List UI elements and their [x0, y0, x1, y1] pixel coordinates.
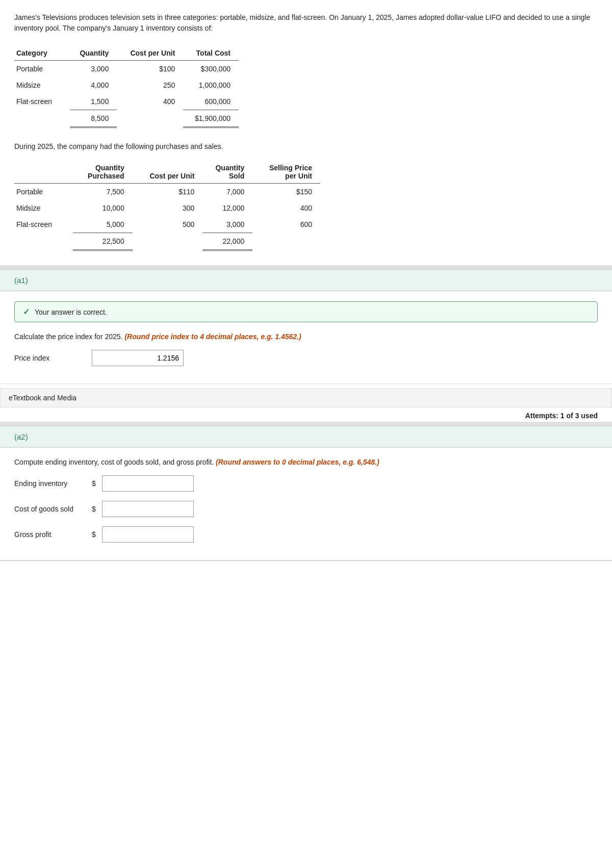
- gross-profit-currency: $: [92, 530, 96, 539]
- purchases-intro-text: During 2025, the company had the followi…: [14, 142, 598, 150]
- a2-instruction: Compute ending inventory, cost of goods …: [14, 458, 598, 466]
- ending-inventory-currency: $: [92, 479, 96, 488]
- table1-total-cost: 1,000,000: [183, 77, 239, 93]
- col-header-category: Category: [14, 46, 70, 61]
- gross-profit-row: Gross profit $: [14, 526, 598, 543]
- table1-cost-per-unit: $100: [117, 61, 183, 78]
- ending-inventory-input[interactable]: [102, 475, 194, 492]
- bottom-divider: [0, 560, 612, 561]
- table1-category: Midsize: [14, 77, 70, 93]
- table2-cost-per-unit: $110: [133, 184, 203, 200]
- section-a1-label: (a1): [14, 276, 28, 285]
- cogs-input[interactable]: [102, 501, 194, 517]
- table1-total-label: [14, 110, 70, 127]
- section-a1-body: ✓ Your answer is correct. Calculate the …: [0, 291, 612, 384]
- table2-total-qty-purchased: 22,500: [73, 233, 133, 250]
- col2-header-qty-sold: QuantitySold: [202, 161, 252, 184]
- table1-category: Portable: [14, 61, 70, 78]
- table1-total-cost: 600,000: [183, 93, 239, 110]
- table2-selling-price: 600: [252, 216, 320, 233]
- table2-category: Flat-screen: [14, 216, 73, 233]
- table1-cost-per-unit: 250: [117, 77, 183, 93]
- inventory-table: Category Quantity Cost per Unit Total Co…: [14, 46, 239, 128]
- checkmark-icon: ✓: [23, 307, 30, 317]
- main-content: James's Televisions produces television …: [0, 0, 612, 251]
- table2-total-row: 22,500 22,000: [14, 233, 320, 250]
- col-header-quantity: Quantity: [70, 46, 117, 61]
- table2-total-qty-sold: 22,000: [202, 233, 252, 250]
- section-divider-2: [0, 422, 612, 426]
- table1-quantity: 3,000: [70, 61, 117, 78]
- a2-instruction-text: Compute ending inventory, cost of goods …: [14, 458, 214, 466]
- purchases-sales-table: QuantityPurchased Cost per Unit Quantity…: [14, 161, 320, 251]
- cogs-currency: $: [92, 505, 96, 513]
- col2-header-category: [14, 161, 73, 184]
- attempts-label: Attempts: 1 of 3 used: [525, 412, 598, 420]
- table-row: Portable 7,500 $110 7,000 $150: [14, 184, 320, 200]
- table2-qty-sold: 12,000: [202, 200, 252, 216]
- section-a2-body: Compute ending inventory, cost of goods …: [0, 448, 612, 560]
- price-index-row: Price index: [14, 350, 598, 366]
- ending-inventory-row: Ending inventory $: [14, 475, 598, 492]
- table2-qty-purchased: 5,000: [73, 216, 133, 233]
- gross-profit-label: Gross profit: [14, 530, 86, 539]
- correct-message: Your answer is correct.: [35, 308, 107, 316]
- a1-instruction-text: Calculate the price index for 2025.: [14, 333, 122, 341]
- table1-cost-per-unit: 400: [117, 93, 183, 110]
- etextbook-label: eTextbook and Media: [9, 394, 76, 402]
- table2-qty-sold: 3,000: [202, 216, 252, 233]
- col-header-cost-per-unit: Cost per Unit: [117, 46, 183, 61]
- a2-instruction-bold: (Round answers to 0 decimal places, e.g.…: [216, 458, 379, 466]
- table2-qty-sold: 7,000: [202, 184, 252, 200]
- table1-quantity: 4,000: [70, 77, 117, 93]
- table1-total-cost: $1,900,000: [183, 110, 239, 127]
- section-a1-header: (a1): [0, 269, 612, 291]
- cogs-label: Cost of goods sold: [14, 505, 86, 513]
- table2-total-selling-empty: [252, 233, 320, 250]
- table2-total-empty: [133, 233, 203, 250]
- table1-total-quantity: 8,500: [70, 110, 117, 127]
- table2-qty-purchased: 7,500: [73, 184, 133, 200]
- section-a2-label: (a2): [14, 432, 28, 441]
- a1-instruction: Calculate the price index for 2025. (Rou…: [14, 333, 598, 341]
- price-index-label: Price index: [14, 354, 86, 362]
- col2-header-qty-purchased: QuantityPurchased: [73, 161, 133, 184]
- section-a2: (a2) Compute ending inventory, cost of g…: [0, 426, 612, 560]
- table2-wrapper: QuantityPurchased Cost per Unit Quantity…: [14, 161, 598, 251]
- col2-header-cost-per-unit: Cost per Unit: [133, 161, 203, 184]
- table-row: Midsize 4,000 250 1,000,000: [14, 77, 239, 93]
- table2-selling-price: $150: [252, 184, 320, 200]
- table2-total-label: [14, 233, 73, 250]
- ending-inventory-label: Ending inventory: [14, 479, 86, 488]
- section-a2-header: (a2): [0, 426, 612, 448]
- table1-wrapper: Category Quantity Cost per Unit Total Co…: [14, 46, 598, 128]
- table2-cost-per-unit: 300: [133, 200, 203, 216]
- attempts-row: Attempts: 1 of 3 used: [0, 407, 612, 422]
- table1-total-row: 8,500 $1,900,000: [14, 110, 239, 127]
- table2-category: Portable: [14, 184, 73, 200]
- etextbook-bar: eTextbook and Media: [0, 388, 612, 407]
- section-a1: (a1) ✓ Your answer is correct. Calculate…: [0, 269, 612, 422]
- table2-cost-per-unit: 500: [133, 216, 203, 233]
- table-row: Flat-screen 5,000 500 3,000 600: [14, 216, 320, 233]
- gross-profit-input[interactable]: [102, 526, 194, 543]
- col-header-total-cost: Total Cost: [183, 46, 239, 61]
- col2-header-selling-price: Selling Priceper Unit: [252, 161, 320, 184]
- correct-answer-box: ✓ Your answer is correct.: [14, 301, 598, 322]
- price-index-input[interactable]: [92, 350, 184, 366]
- table1-total-empty: [117, 110, 183, 127]
- a1-instruction-bold: (Round price index to 4 decimal places, …: [124, 333, 301, 341]
- cogs-row: Cost of goods sold $: [14, 501, 598, 517]
- table1-category: Flat-screen: [14, 93, 70, 110]
- table2-qty-purchased: 10,000: [73, 200, 133, 216]
- intro-paragraph: James's Televisions produces television …: [14, 12, 598, 34]
- table-row: Portable 3,000 $100 $300,000: [14, 61, 239, 78]
- section-divider: [0, 265, 612, 269]
- table1-quantity: 1,500: [70, 93, 117, 110]
- table-row: Flat-screen 1,500 400 600,000: [14, 93, 239, 110]
- table2-selling-price: 400: [252, 200, 320, 216]
- table-row: Midsize 10,000 300 12,000 400: [14, 200, 320, 216]
- table1-total-cost: $300,000: [183, 61, 239, 78]
- table2-category: Midsize: [14, 200, 73, 216]
